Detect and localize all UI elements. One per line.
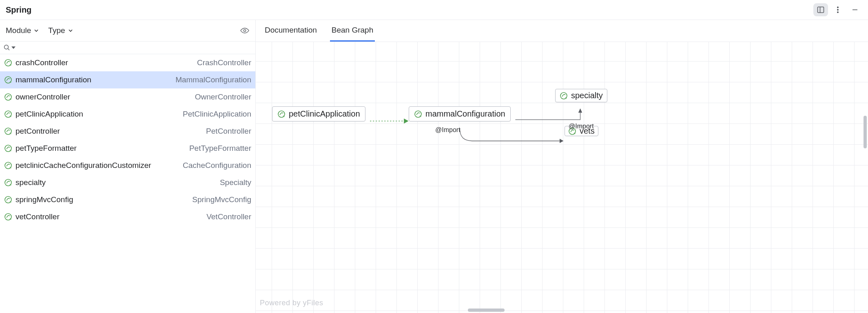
bean-row[interactable]: ccrashControllerCrashController xyxy=(0,54,255,71)
spring-bean-icon: c xyxy=(4,59,12,67)
edge-label-import: @Import xyxy=(569,123,594,130)
module-filter-label: Module xyxy=(6,26,31,35)
bean-name: petclinicCacheConfigurationCustomizer xyxy=(16,161,179,170)
svg-text:c: c xyxy=(10,63,11,66)
bean-type: CacheConfiguration xyxy=(183,161,251,170)
svg-point-3 xyxy=(837,9,838,10)
spring-bean-icon: c xyxy=(4,127,12,135)
bean-name: ownerController xyxy=(16,92,192,102)
graph-vscrollbar[interactable] xyxy=(862,116,868,148)
bean-name: mammalConfiguration xyxy=(16,75,172,85)
bean-row[interactable]: cpetClinicApplicationPetClinicApplicatio… xyxy=(0,106,255,123)
spring-bean-icon: c xyxy=(4,76,12,84)
graph-node-label: petClinicApplication xyxy=(289,109,360,119)
spring-bean-icon: c xyxy=(560,92,568,100)
bean-row[interactable]: cspringMvcConfigSpringMvcConfig xyxy=(0,191,255,208)
titlebar: Spring xyxy=(0,0,868,20)
svg-point-6 xyxy=(244,29,246,31)
bean-row[interactable]: cpetControllerPetController xyxy=(0,123,255,140)
spring-bean-icon: c xyxy=(4,213,12,221)
graph-node-label: mammalConfiguration xyxy=(425,109,505,119)
spring-bean-icon: c xyxy=(4,110,12,118)
type-filter[interactable]: Type xyxy=(48,26,73,35)
search-row[interactable] xyxy=(0,42,255,54)
bean-type: VetController xyxy=(206,212,251,222)
svg-text:c: c xyxy=(565,96,567,99)
svg-text:c: c xyxy=(10,114,11,118)
svg-text:c: c xyxy=(10,200,11,203)
bean-row[interactable]: cownerControllerOwnerController xyxy=(0,88,255,106)
svg-text:c: c xyxy=(10,183,11,186)
bean-type: MammalConfiguration xyxy=(175,75,251,85)
visibility-icon[interactable] xyxy=(240,24,250,37)
bean-name: vetController xyxy=(16,212,203,222)
svg-marker-9 xyxy=(11,46,16,49)
bean-name: petController xyxy=(16,126,203,136)
svg-text:c: c xyxy=(574,131,576,135)
search-icon xyxy=(3,44,11,51)
svg-text:c: c xyxy=(10,80,11,84)
bean-graph-canvas[interactable]: c petClinicApplication c mammalConfigura… xyxy=(256,42,868,313)
bean-list-panel: Module Type ccrashControllerCrashControl… xyxy=(0,20,256,313)
spring-bean-icon: c xyxy=(4,196,12,204)
spring-bean-icon: c xyxy=(4,179,12,187)
svg-text:c: c xyxy=(420,114,421,118)
svg-text:c: c xyxy=(10,131,11,135)
tab-documentation[interactable]: Documentation xyxy=(263,20,319,42)
bean-row[interactable]: cvetControllerVetController xyxy=(0,208,255,225)
chevron-down-icon xyxy=(33,28,39,33)
titlebar-actions xyxy=(813,3,862,16)
spring-bean-icon: c xyxy=(414,110,422,118)
search-dropdown-icon[interactable] xyxy=(11,46,16,50)
bean-name: petTypeFormatter xyxy=(16,143,186,153)
toggle-layout-icon[interactable] xyxy=(813,3,828,16)
svg-text:c: c xyxy=(10,148,11,152)
bean-type: PetClinicApplication xyxy=(183,109,251,119)
bean-row[interactable]: cpetTypeFormatterPetTypeFormatter xyxy=(0,140,255,157)
graph-node-label: specialty xyxy=(571,91,603,100)
spring-bean-icon: c xyxy=(4,144,12,152)
bean-row[interactable]: cpetclinicCacheConfigurationCustomizerCa… xyxy=(0,157,255,174)
bean-row[interactable]: cmammalConfigurationMammalConfiguration xyxy=(0,71,255,88)
bean-list[interactable]: ccrashControllerCrashControllercmammalCo… xyxy=(0,54,255,313)
spring-bean-icon: c xyxy=(4,161,12,170)
graph-node-petclinicapplication[interactable]: c petClinicApplication xyxy=(272,106,365,121)
graph-watermark: Powered by yFiles xyxy=(260,299,323,307)
bean-type: PetTypeFormatter xyxy=(189,143,251,153)
svg-text:c: c xyxy=(10,97,11,101)
bean-type: OwnerController xyxy=(195,92,251,102)
bean-name: crashController xyxy=(16,58,194,68)
bean-name: petClinicApplication xyxy=(16,109,179,119)
graph-hscrollbar[interactable] xyxy=(256,307,868,313)
detail-tabs: Documentation Bean Graph xyxy=(256,20,868,42)
edge-label-import: @Import xyxy=(435,126,461,134)
type-filter-label: Type xyxy=(48,26,65,35)
spring-bean-icon: c xyxy=(277,110,286,118)
bean-name: springMvcConfig xyxy=(16,195,189,205)
minimize-icon[interactable] xyxy=(848,3,862,16)
bean-row[interactable]: cspecialtySpecialty xyxy=(0,174,255,191)
filter-bar: Module Type xyxy=(0,20,255,42)
more-icon[interactable] xyxy=(830,3,845,16)
svg-point-4 xyxy=(837,11,838,13)
bean-type: Specialty xyxy=(220,178,251,187)
detail-panel: Documentation Bean Graph xyxy=(256,20,868,313)
spring-bean-icon: c xyxy=(4,93,12,101)
svg-point-7 xyxy=(4,45,9,49)
svg-line-8 xyxy=(8,49,10,51)
svg-text:c: c xyxy=(10,217,11,220)
bean-type: PetController xyxy=(206,126,251,136)
graph-edges xyxy=(256,42,868,313)
svg-rect-0 xyxy=(818,7,824,13)
svg-text:c: c xyxy=(283,114,285,118)
graph-node-specialty[interactable]: c specialty xyxy=(555,89,607,102)
svg-text:c: c xyxy=(10,165,11,169)
bean-name: specialty xyxy=(16,178,217,187)
chevron-down-icon xyxy=(68,28,73,33)
bean-type: CrashController xyxy=(197,58,251,68)
bean-type: SpringMvcConfig xyxy=(192,195,251,205)
graph-node-mammalconfiguration[interactable]: c mammalConfiguration xyxy=(409,106,511,121)
svg-point-2 xyxy=(837,7,838,8)
tab-bean-graph[interactable]: Bean Graph xyxy=(330,20,375,42)
module-filter[interactable]: Module xyxy=(6,26,39,35)
